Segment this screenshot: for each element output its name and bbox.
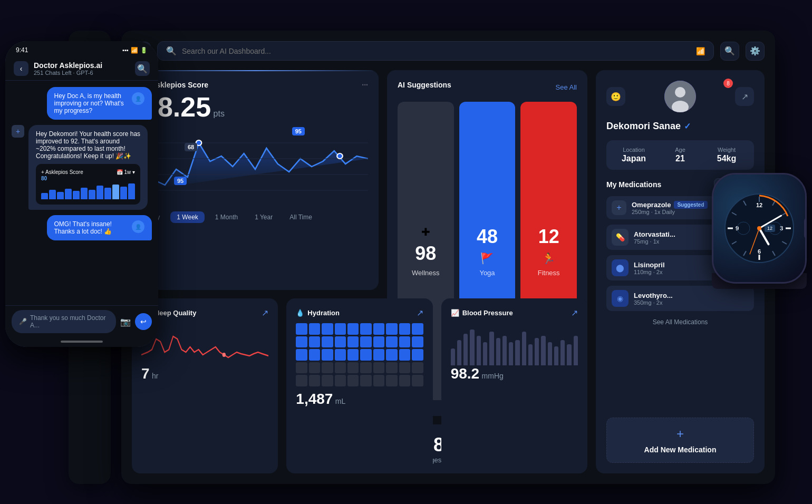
hydration-cell — [360, 362, 371, 373]
clock-face: 12 3 6 9 12 — [722, 191, 796, 265]
med-add-omeprazole[interactable]: + — [612, 200, 626, 215]
hydration-cell — [373, 336, 384, 347]
bp-value-group: 98.2 mmHg — [451, 365, 578, 382]
hydration-cell — [399, 349, 410, 360]
hydration-cell — [360, 349, 371, 360]
bp-bar — [457, 340, 461, 365]
hydration-cell — [360, 323, 371, 334]
hydration-cell — [347, 323, 359, 334]
phone-time: 9:41 — [16, 46, 28, 54]
see-all-medications[interactable]: See All Medications — [606, 316, 754, 328]
phone-mic-icon: 🎤 — [19, 318, 27, 325]
bp-chart — [451, 323, 578, 365]
hydration-cell — [386, 323, 397, 334]
hydration-header: 💧 Hydration ↗ — [296, 308, 423, 318]
notification-badge: 8 — [723, 79, 733, 88]
bp-bar — [483, 342, 487, 365]
bottom-cards: 🌙 Sleep Quality ↗ 7 — [132, 298, 587, 473]
add-medication-button[interactable]: + Add New Medication — [606, 418, 754, 463]
profile-top-actions: 🙂 8 ↗ — [606, 81, 754, 112]
watch-crown2 — [805, 206, 807, 219]
phone-status-bar: 9:41 ▪▪▪ 📶 🔋 — [5, 41, 158, 57]
sleep-header: 🌙 Sleep Quality ↗ — [141, 308, 268, 318]
stat-weight: Weight 54kg — [705, 147, 748, 163]
ai-header: AI Suggestions See All — [398, 81, 577, 93]
bp-icon: 📈 — [451, 309, 459, 317]
svg-point-7 — [675, 87, 685, 98]
hydration-cell — [399, 336, 410, 347]
search-input[interactable] — [182, 47, 691, 55]
hydration-cell — [335, 349, 346, 360]
profile-stats: Location Japan Age 21 Weight 54kg — [606, 140, 754, 170]
hydration-cell — [412, 323, 423, 334]
hydration-cell — [386, 375, 397, 386]
hydration-cell — [360, 375, 371, 386]
search-icon: 🔍 — [166, 46, 177, 56]
chat-messages: Hey Doc A, is my health improving or not… — [5, 81, 158, 305]
hydration-cell — [335, 336, 346, 347]
phone-camera-button[interactable]: 📷 — [120, 317, 131, 327]
hydration-cell — [412, 362, 423, 373]
score-card-title: + Asklepios Score ··· — [142, 81, 368, 89]
watch-crown — [804, 218, 807, 239]
bp-bar — [489, 332, 494, 365]
mini-bar — [73, 191, 80, 199]
msg-user-1-text: Hey Doc A, is my health improving or not… — [54, 92, 128, 114]
yoga-icon: 🚩 — [480, 252, 494, 265]
ai-add-icon: + — [12, 125, 24, 138]
emoji-button[interactable]: 🙂 — [606, 87, 625, 106]
user-avatar-2: 👤 — [132, 220, 144, 233]
bp-expand-icon[interactable]: ↗ — [571, 308, 578, 318]
med-title: My Medications — [606, 180, 661, 189]
hydration-cell — [347, 362, 359, 373]
wellness-number: 98 — [415, 243, 436, 265]
fitness-icon: 🏃 — [542, 252, 555, 265]
bp-bar — [554, 346, 558, 365]
phone-send-button[interactable]: ↩ — [135, 313, 152, 330]
hydration-cell — [373, 323, 384, 334]
score-value: 78.25 pts — [142, 93, 368, 121]
search-bar: 🔍 📶 — [157, 41, 714, 61]
phone-chat-name: Doctor Asklepios.ai — [34, 61, 130, 70]
score-card: + Asklepios Score ··· 78.25 pts 95 68 95 — [132, 70, 379, 290]
bp-bar — [470, 329, 474, 365]
wellness-icon: ✚ — [421, 226, 430, 238]
bp-bar — [528, 344, 533, 365]
hydration-cell — [412, 375, 423, 386]
bp-bar — [515, 340, 519, 365]
bp-bar — [574, 336, 578, 365]
svg-point-9 — [223, 353, 226, 357]
filter-alltime[interactable]: All Time — [283, 211, 318, 223]
svg-point-34 — [757, 226, 761, 230]
hydration-cell — [399, 375, 410, 386]
bp-title: 📈 Blood Pressure — [451, 309, 513, 317]
hydration-expand-icon[interactable]: ↗ — [417, 308, 423, 318]
phone-back-button[interactable]: ‹ — [14, 61, 28, 76]
bp-bar — [477, 336, 481, 365]
phone-screen: 9:41 ▪▪▪ 📶 🔋 ‹ Doctor Asklepios.ai 251 C… — [5, 41, 158, 347]
top-bar: + 🔍 📶 🔍 ⚙️ — [132, 41, 765, 61]
hydration-cell — [386, 336, 397, 347]
settings-button[interactable]: ⚙️ — [746, 42, 765, 61]
mini-bar — [57, 192, 64, 199]
share-button[interactable]: ↗ — [735, 87, 754, 106]
score-card-menu[interactable]: ··· — [362, 81, 368, 89]
filter-1month[interactable]: 1 Month — [209, 211, 244, 223]
filter-1year[interactable]: 1 Year — [248, 211, 279, 223]
mini-bar — [128, 183, 135, 199]
mini-bar — [81, 188, 88, 199]
hydration-cell — [373, 362, 384, 373]
phone-input-field[interactable]: 🎤 Thank you so much Doctor A... — [12, 310, 116, 333]
hydration-cell — [360, 336, 371, 347]
mini-bar — [49, 190, 56, 199]
sleep-expand-icon[interactable]: ↗ — [262, 308, 268, 318]
filter-1week[interactable]: 1 Week — [170, 211, 204, 223]
phone-search-button[interactable]: 🔍 — [135, 61, 150, 76]
search-button[interactable]: 🔍 — [720, 42, 739, 61]
watch-screen: 12 3 6 9 12 — [713, 175, 805, 282]
see-all-link[interactable]: See All — [556, 83, 577, 91]
chart-label-95b: 95 — [174, 177, 187, 185]
svg-text:12: 12 — [756, 202, 762, 208]
bp-bar — [548, 342, 552, 365]
verified-icon: ✓ — [684, 121, 691, 131]
